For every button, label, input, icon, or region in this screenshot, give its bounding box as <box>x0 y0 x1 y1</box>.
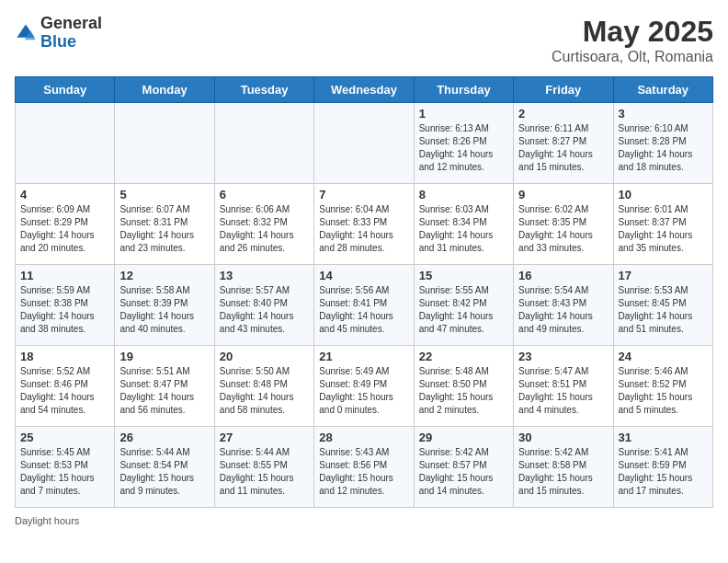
day-number: 28 <box>319 431 408 444</box>
header-cell-monday: Monday <box>115 77 214 103</box>
day-info: Sunrise: 5:48 AM Sunset: 8:50 PM Dayligh… <box>419 365 508 417</box>
day-number: 17 <box>619 269 708 282</box>
day-info: Sunrise: 6:02 AM Sunset: 8:35 PM Dayligh… <box>518 203 608 255</box>
day-info: Sunrise: 6:10 AM Sunset: 8:28 PM Dayligh… <box>619 122 708 174</box>
day-info: Sunrise: 5:57 AM Sunset: 8:40 PM Dayligh… <box>220 284 309 336</box>
calendar-body: 1Sunrise: 6:13 AM Sunset: 8:26 PM Daylig… <box>16 103 713 508</box>
day-info: Sunrise: 6:06 AM Sunset: 8:32 PM Dayligh… <box>220 203 309 255</box>
day-info: Sunrise: 5:44 AM Sunset: 8:55 PM Dayligh… <box>220 446 309 498</box>
day-info: Sunrise: 5:54 AM Sunset: 8:43 PM Dayligh… <box>518 284 608 336</box>
logo: General Blue <box>15 15 102 52</box>
day-cell: 3Sunrise: 6:10 AM Sunset: 8:28 PM Daylig… <box>613 103 712 184</box>
day-number: 9 <box>518 188 608 201</box>
day-cell: 11Sunrise: 5:59 AM Sunset: 8:38 PM Dayli… <box>16 265 115 346</box>
day-number: 30 <box>518 431 608 444</box>
month-title: May 2025 <box>552 15 713 49</box>
day-info: Sunrise: 5:53 AM Sunset: 8:45 PM Dayligh… <box>619 284 708 336</box>
week-row-4: 18Sunrise: 5:52 AM Sunset: 8:46 PM Dayli… <box>16 346 713 427</box>
day-cell: 22Sunrise: 5:48 AM Sunset: 8:50 PM Dayli… <box>414 346 513 427</box>
day-cell <box>16 103 115 184</box>
day-cell: 15Sunrise: 5:55 AM Sunset: 8:42 PM Dayli… <box>414 265 513 346</box>
day-number: 27 <box>220 431 309 444</box>
day-number: 2 <box>518 107 608 121</box>
header-row: SundayMondayTuesdayWednesdayThursdayFrid… <box>16 77 713 103</box>
day-info: Sunrise: 5:56 AM Sunset: 8:41 PM Dayligh… <box>319 284 408 336</box>
day-info: Sunrise: 5:44 AM Sunset: 8:54 PM Dayligh… <box>119 446 209 498</box>
header-cell-tuesday: Tuesday <box>214 77 313 103</box>
day-number: 16 <box>518 269 608 282</box>
day-info: Sunrise: 5:41 AM Sunset: 8:59 PM Dayligh… <box>619 446 708 498</box>
footer-note: Daylight hours <box>15 515 713 526</box>
day-info: Sunrise: 6:07 AM Sunset: 8:31 PM Dayligh… <box>119 203 209 255</box>
day-cell: 7Sunrise: 6:04 AM Sunset: 8:33 PM Daylig… <box>314 184 414 265</box>
day-cell: 4Sunrise: 6:09 AM Sunset: 8:29 PM Daylig… <box>16 184 115 265</box>
day-info: Sunrise: 6:03 AM Sunset: 8:34 PM Dayligh… <box>419 203 508 255</box>
day-cell: 8Sunrise: 6:03 AM Sunset: 8:34 PM Daylig… <box>414 184 513 265</box>
day-number: 7 <box>319 188 408 201</box>
day-info: Sunrise: 5:59 AM Sunset: 8:38 PM Dayligh… <box>20 284 109 336</box>
header-cell-sunday: Sunday <box>16 77 115 103</box>
day-number: 13 <box>220 269 309 282</box>
day-info: Sunrise: 5:49 AM Sunset: 8:49 PM Dayligh… <box>319 365 408 417</box>
calendar-table: SundayMondayTuesdayWednesdayThursdayFrid… <box>15 76 713 508</box>
day-info: Sunrise: 5:42 AM Sunset: 8:58 PM Dayligh… <box>518 446 608 498</box>
day-number: 20 <box>220 350 309 363</box>
day-info: Sunrise: 5:58 AM Sunset: 8:39 PM Dayligh… <box>119 284 209 336</box>
day-info: Sunrise: 5:42 AM Sunset: 8:57 PM Dayligh… <box>419 446 508 498</box>
day-cell: 25Sunrise: 5:45 AM Sunset: 8:53 PM Dayli… <box>16 427 115 508</box>
day-number: 10 <box>619 188 708 201</box>
day-number: 24 <box>619 350 708 363</box>
header-cell-thursday: Thursday <box>414 77 513 103</box>
day-number: 1 <box>419 107 508 121</box>
day-number: 25 <box>20 431 109 444</box>
day-number: 23 <box>518 350 608 363</box>
day-info: Sunrise: 6:04 AM Sunset: 8:33 PM Dayligh… <box>319 203 408 255</box>
week-row-1: 1Sunrise: 6:13 AM Sunset: 8:26 PM Daylig… <box>16 103 713 184</box>
day-cell: 6Sunrise: 6:06 AM Sunset: 8:32 PM Daylig… <box>214 184 313 265</box>
day-number: 5 <box>119 188 209 201</box>
day-number: 4 <box>20 188 109 201</box>
week-row-3: 11Sunrise: 5:59 AM Sunset: 8:38 PM Dayli… <box>16 265 713 346</box>
day-number: 15 <box>419 269 508 282</box>
day-cell: 26Sunrise: 5:44 AM Sunset: 8:54 PM Dayli… <box>115 427 214 508</box>
header: General Blue May 2025 Curtisoara, Olt, R… <box>15 15 713 65</box>
day-cell: 24Sunrise: 5:46 AM Sunset: 8:52 PM Dayli… <box>613 346 712 427</box>
header-cell-wednesday: Wednesday <box>314 77 414 103</box>
day-cell: 28Sunrise: 5:43 AM Sunset: 8:56 PM Dayli… <box>314 427 414 508</box>
day-number: 6 <box>220 188 309 201</box>
day-cell: 13Sunrise: 5:57 AM Sunset: 8:40 PM Dayli… <box>214 265 313 346</box>
header-cell-saturday: Saturday <box>613 77 712 103</box>
header-cell-friday: Friday <box>514 77 613 103</box>
day-cell: 30Sunrise: 5:42 AM Sunset: 8:58 PM Dayli… <box>514 427 613 508</box>
day-cell: 19Sunrise: 5:51 AM Sunset: 8:47 PM Dayli… <box>115 346 214 427</box>
day-number: 21 <box>319 350 408 363</box>
day-cell: 20Sunrise: 5:50 AM Sunset: 8:48 PM Dayli… <box>214 346 313 427</box>
day-number: 18 <box>20 350 109 363</box>
day-cell: 21Sunrise: 5:49 AM Sunset: 8:49 PM Dayli… <box>314 346 414 427</box>
day-cell: 18Sunrise: 5:52 AM Sunset: 8:46 PM Dayli… <box>16 346 115 427</box>
day-info: Sunrise: 5:50 AM Sunset: 8:48 PM Dayligh… <box>220 365 309 417</box>
day-number: 22 <box>419 350 508 363</box>
day-cell <box>214 103 313 184</box>
day-cell: 1Sunrise: 6:13 AM Sunset: 8:26 PM Daylig… <box>414 103 513 184</box>
day-number: 19 <box>119 350 209 363</box>
day-info: Sunrise: 6:11 AM Sunset: 8:27 PM Dayligh… <box>518 122 608 174</box>
day-info: Sunrise: 6:13 AM Sunset: 8:26 PM Dayligh… <box>419 122 508 174</box>
day-info: Sunrise: 5:46 AM Sunset: 8:52 PM Dayligh… <box>619 365 708 417</box>
logo-icon <box>15 22 37 44</box>
day-info: Sunrise: 6:09 AM Sunset: 8:29 PM Dayligh… <box>20 203 109 255</box>
day-cell: 31Sunrise: 5:41 AM Sunset: 8:59 PM Dayli… <box>613 427 712 508</box>
day-info: Sunrise: 5:45 AM Sunset: 8:53 PM Dayligh… <box>20 446 109 498</box>
day-cell: 2Sunrise: 6:11 AM Sunset: 8:27 PM Daylig… <box>514 103 613 184</box>
day-cell <box>115 103 214 184</box>
day-cell: 9Sunrise: 6:02 AM Sunset: 8:35 PM Daylig… <box>514 184 613 265</box>
day-number: 12 <box>119 269 209 282</box>
week-row-2: 4Sunrise: 6:09 AM Sunset: 8:29 PM Daylig… <box>16 184 713 265</box>
day-number: 3 <box>619 107 708 121</box>
day-cell: 10Sunrise: 6:01 AM Sunset: 8:37 PM Dayli… <box>613 184 712 265</box>
day-cell: 16Sunrise: 5:54 AM Sunset: 8:43 PM Dayli… <box>514 265 613 346</box>
day-info: Sunrise: 5:52 AM Sunset: 8:46 PM Dayligh… <box>20 365 109 417</box>
day-cell: 23Sunrise: 5:47 AM Sunset: 8:51 PM Dayli… <box>514 346 613 427</box>
location-title: Curtisoara, Olt, Romania <box>552 49 713 65</box>
day-cell: 5Sunrise: 6:07 AM Sunset: 8:31 PM Daylig… <box>115 184 214 265</box>
